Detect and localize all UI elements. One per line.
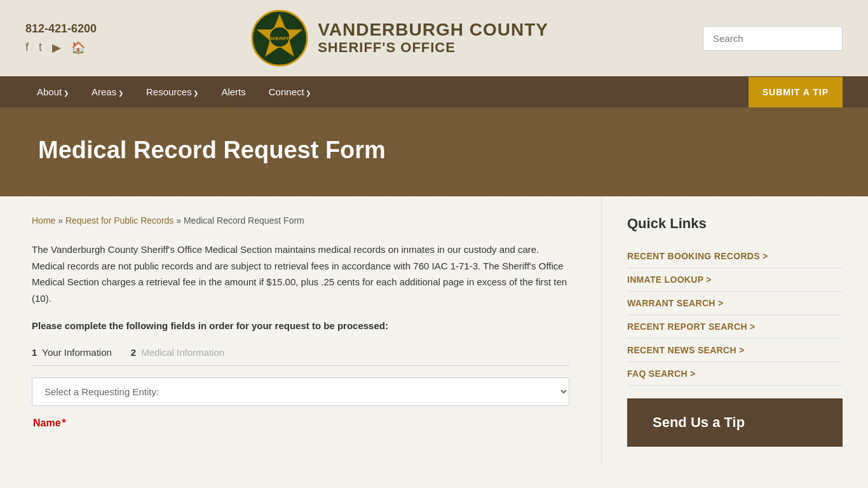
nav-link-resources[interactable]: Resources [135,76,210,107]
main-layout: Home » Request for Public Records » Medi… [0,196,868,466]
nav-link-alerts[interactable]: Alerts [210,76,257,107]
submit-tip-button[interactable]: SUBMIT A TIP [749,77,843,107]
nav-link-areas[interactable]: Areas [80,76,135,107]
sidebar: Quick Links RECENT BOOKING Records > INM… [601,196,868,466]
content-area: Home » Request for Public Records » Medi… [0,196,601,466]
site-logo[interactable]: SHERIFF VANDERBURGH COUNTY SHERIFF'S OFF… [251,10,548,67]
quick-link-faq[interactable]: FAQ Search > [627,362,843,386]
facebook-icon[interactable]: f [25,41,29,54]
header-left: 812-421-6200 f t ▶ 🏠 [25,22,97,55]
nav-link-connect[interactable]: Connect [257,76,323,107]
youtube-icon[interactable]: ▶ [52,41,61,55]
intro-text: The Vanderburgh County Sheriff's Office … [32,241,569,306]
step-1: 1 Your Information [32,347,112,358]
step2-number: 2 [131,347,136,358]
phone-number: 812-421-6200 [25,22,97,36]
quick-link-booking[interactable]: RECENT BOOKING Records > [627,245,843,268]
form-steps: 1 Your Information 2 Medical Information [32,347,569,366]
breadcrumb-sep1: » [58,215,65,226]
quick-links-title: Quick Links [627,215,843,232]
breadcrumb-home[interactable]: Home [32,215,55,226]
quick-link-recent-report[interactable]: RECENT REPORT Search > [627,315,843,339]
site-header: 812-421-6200 f t ▶ 🏠 SHERIFF VANDERBURGH… [0,0,868,76]
send-tip-title: Send Us a Tip [653,414,817,431]
header-search-area [703,26,843,51]
quick-link-inmate[interactable]: INMATE Lookup > [627,268,843,292]
nav-item-connect: Connect [257,76,323,107]
name-label-container: Name* [32,417,569,429]
logo-text: VANDERBURGH COUNTY SHERIFF'S OFFICE [318,20,548,57]
nav-item-resources: Resources [135,76,210,107]
nav-item-alerts: Alerts [210,76,257,107]
hero-title: Medical Record Request Form [38,137,386,164]
name-field-label: Name [33,417,61,428]
breadcrumb: Home » Request for Public Records » Medi… [32,215,569,226]
breadcrumb-current: Medical Record Request Form [184,215,304,226]
search-input[interactable] [703,26,843,51]
name-required-marker: * [62,417,66,428]
nav-item-areas: Areas [80,76,135,107]
nav-link-about[interactable]: About [25,76,80,107]
hero-banner: Medical Record Request Form [0,107,868,196]
step1-number: 1 [32,347,37,358]
svg-text:SHERIFF: SHERIFF [270,36,290,41]
quick-link-warrant[interactable]: WARRANT Search > [627,292,843,315]
main-nav: About Areas Resources Alerts Connect SUB… [0,76,868,107]
building-icon[interactable]: 🏠 [71,41,85,55]
instruction-text: Please complete the following fields in … [32,320,569,331]
nav-item-about: About [25,76,80,107]
breadcrumb-parent[interactable]: Request for Public Records [65,215,173,226]
logo-title: VANDERBURGH COUNTY [318,20,548,40]
requesting-entity-select[interactable]: Select a Requesting Entity: [32,377,569,406]
send-tip-section: Send Us a Tip [627,398,843,447]
step1-label: Your Information [42,347,112,358]
twitter-icon[interactable]: t [39,41,42,54]
breadcrumb-sep2: » [176,215,184,226]
step2-label: Medical Information [141,347,224,358]
nav-items: About Areas Resources Alerts Connect [25,76,749,107]
step-2: 2 Medical Information [131,347,224,358]
logo-subtitle: SHERIFF'S OFFICE [318,39,548,56]
social-links: f t ▶ 🏠 [25,41,97,55]
sheriff-badge-icon: SHERIFF [251,10,308,67]
quick-link-recent-news[interactable]: RECENT NEWS Search > [627,339,843,362]
